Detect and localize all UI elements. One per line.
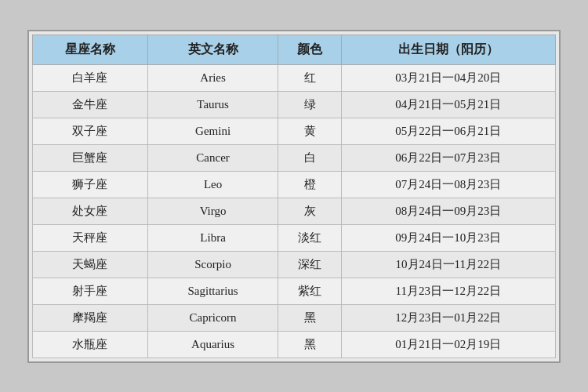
cell-english-name: Capricorn bbox=[147, 304, 278, 331]
table-row: 巨蟹座Cancer白06月22日一07月23日 bbox=[33, 144, 556, 171]
cell-color: 绿 bbox=[278, 91, 341, 118]
cell-birth-date: 04月21日一05月21日 bbox=[341, 91, 555, 118]
cell-chinese-name: 摩羯座 bbox=[33, 304, 148, 331]
table-row: 天秤座Libra淡红09月24日一10月23日 bbox=[33, 224, 556, 251]
zodiac-table: 星座名称 英文名称 颜色 出生日期（阳历） 白羊座Aries红03月21日一04… bbox=[32, 34, 556, 358]
cell-color: 淡红 bbox=[278, 224, 341, 251]
cell-color: 紫红 bbox=[278, 278, 341, 304]
cell-english-name: Gemini bbox=[147, 118, 278, 144]
cell-color: 红 bbox=[278, 64, 341, 91]
cell-chinese-name: 白羊座 bbox=[33, 64, 148, 91]
cell-birth-date: 10月24日一11月22日 bbox=[341, 251, 555, 278]
cell-english-name: Taurus bbox=[147, 91, 278, 118]
cell-color: 黄 bbox=[278, 118, 341, 144]
cell-english-name: Sagittarius bbox=[147, 278, 278, 304]
header-color: 颜色 bbox=[278, 34, 341, 64]
table-row: 摩羯座Capricorn黑12月23日一01月22日 bbox=[33, 304, 556, 331]
header-chinese-name: 星座名称 bbox=[33, 34, 148, 64]
cell-birth-date: 12月23日一01月22日 bbox=[341, 304, 555, 331]
cell-color: 黑 bbox=[278, 331, 341, 358]
table-row: 白羊座Aries红03月21日一04月20日 bbox=[33, 64, 556, 91]
cell-color: 深红 bbox=[278, 251, 341, 278]
table-row: 狮子座Leo橙07月24日一08月23日 bbox=[33, 171, 556, 198]
cell-english-name: Cancer bbox=[147, 144, 278, 171]
cell-birth-date: 09月24日一10月23日 bbox=[341, 224, 555, 251]
cell-color: 灰 bbox=[278, 198, 341, 224]
table-row: 双子座Gemini黄05月22日一06月21日 bbox=[33, 118, 556, 144]
cell-chinese-name: 金牛座 bbox=[33, 91, 148, 118]
cell-chinese-name: 双子座 bbox=[33, 118, 148, 144]
table-row: 处女座Virgo灰08月24日一09月23日 bbox=[33, 198, 556, 224]
table-header-row: 星座名称 英文名称 颜色 出生日期（阳历） bbox=[33, 34, 556, 64]
cell-color: 黑 bbox=[278, 304, 341, 331]
cell-birth-date: 08月24日一09月23日 bbox=[341, 198, 555, 224]
cell-color: 白 bbox=[278, 144, 341, 171]
cell-english-name: Leo bbox=[147, 171, 278, 198]
table-body: 白羊座Aries红03月21日一04月20日金牛座Taurus绿04月21日一0… bbox=[33, 64, 556, 358]
cell-birth-date: 01月21日一02月19日 bbox=[341, 331, 555, 358]
cell-chinese-name: 射手座 bbox=[33, 278, 148, 304]
cell-birth-date: 03月21日一04月20日 bbox=[341, 64, 555, 91]
cell-chinese-name: 处女座 bbox=[33, 198, 148, 224]
table-row: 天蝎座Scorpio深红10月24日一11月22日 bbox=[33, 251, 556, 278]
cell-birth-date: 05月22日一06月21日 bbox=[341, 118, 555, 144]
cell-english-name: Aquarius bbox=[147, 331, 278, 358]
header-birth-date: 出生日期（阳历） bbox=[341, 34, 555, 64]
table-row: 水瓶座Aquarius黑01月21日一02月19日 bbox=[33, 331, 556, 358]
cell-chinese-name: 天秤座 bbox=[33, 224, 148, 251]
cell-chinese-name: 巨蟹座 bbox=[33, 144, 148, 171]
zodiac-table-container: 星座名称 英文名称 颜色 出生日期（阳历） 白羊座Aries红03月21日一04… bbox=[27, 30, 561, 363]
cell-chinese-name: 天蝎座 bbox=[33, 251, 148, 278]
cell-color: 橙 bbox=[278, 171, 341, 198]
cell-birth-date: 11月23日一12月22日 bbox=[341, 278, 555, 304]
cell-birth-date: 06月22日一07月23日 bbox=[341, 144, 555, 171]
header-english-name: 英文名称 bbox=[147, 34, 278, 64]
cell-chinese-name: 狮子座 bbox=[33, 171, 148, 198]
cell-english-name: Aries bbox=[147, 64, 278, 91]
cell-chinese-name: 水瓶座 bbox=[33, 331, 148, 358]
table-row: 金牛座Taurus绿04月21日一05月21日 bbox=[33, 91, 556, 118]
cell-birth-date: 07月24日一08月23日 bbox=[341, 171, 555, 198]
table-row: 射手座Sagittarius紫红11月23日一12月22日 bbox=[33, 278, 556, 304]
cell-english-name: Virgo bbox=[147, 198, 278, 224]
cell-english-name: Scorpio bbox=[147, 251, 278, 278]
cell-english-name: Libra bbox=[147, 224, 278, 251]
